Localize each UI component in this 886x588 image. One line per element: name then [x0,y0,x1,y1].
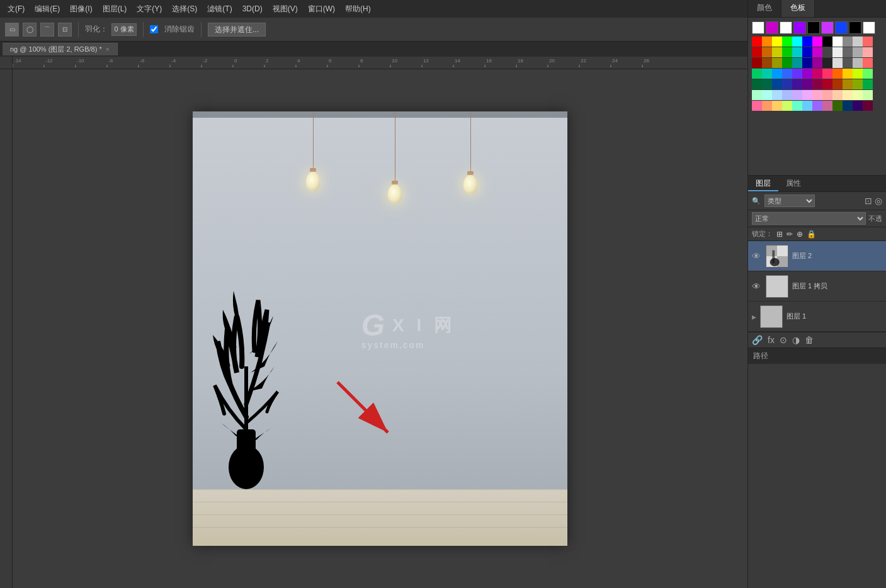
s4-12[interactable] [863,69,873,79]
s-orange[interactable] [762,37,772,47]
layer-tab-layers[interactable]: 图层 [748,176,778,191]
swatch-violet[interactable] [793,21,806,34]
s2-8[interactable] [822,47,832,57]
menu-filter[interactable]: 滤镜(T) [202,1,237,17]
color-tab-swatches[interactable]: 色板 [781,0,815,17]
layer-mask-icon[interactable]: ⊙ [780,335,787,345]
s6-8[interactable] [822,90,832,100]
s6-6[interactable] [802,90,812,100]
s5-8[interactable] [822,79,832,89]
layer-adjust-icon[interactable]: ◑ [792,335,800,345]
s4-5[interactable] [792,69,802,79]
s7-4[interactable] [782,101,792,111]
s3-4[interactable] [782,58,792,68]
s6-7[interactable] [812,90,822,100]
s2-6[interactable] [802,47,812,57]
menu-edit[interactable]: 编辑(E) [30,1,65,17]
lock-all-btn[interactable]: 🔒 [807,230,816,239]
s2-3[interactable] [772,47,782,57]
s6-11[interactable] [853,90,863,100]
layer-trash-icon[interactable]: 🗑 [805,335,814,345]
menu-select[interactable]: 选择(S) [167,1,202,17]
anti-alias-checkbox[interactable] [150,25,158,33]
s4-7[interactable] [812,69,822,79]
tab-canvas[interactable]: ng @ 100% (图层 2, RGB/8) * × [3,43,118,55]
s5-7[interactable] [812,79,822,89]
s7-10[interactable] [843,101,853,111]
s-white[interactable] [832,37,843,47]
s-red[interactable] [752,37,762,47]
tool-lasso[interactable]: ⌒ [40,23,54,37]
s3-6[interactable] [802,58,812,68]
swatch-black2[interactable] [849,21,861,34]
s3-3[interactable] [772,58,782,68]
s3-10[interactable] [843,58,853,68]
s7-8[interactable] [822,101,832,111]
layer-type-select[interactable]: 类型 [764,195,815,207]
swatch-white[interactable] [752,21,764,34]
s5-3[interactable] [772,79,782,89]
menu-help[interactable]: 帮助(H) [340,1,376,17]
s5-11[interactable] [853,79,863,89]
s3-9[interactable] [832,58,843,68]
s5-12[interactable] [863,79,873,89]
layer-item-1[interactable]: ▸ 图层 1 [748,302,886,332]
s6-1[interactable] [752,90,762,100]
s4-2[interactable] [762,69,772,79]
swatch-white3[interactable] [863,21,875,34]
swatch-purple[interactable] [766,21,778,34]
s7-7[interactable] [812,101,822,111]
tool-magic[interactable]: ⊡ [58,23,72,37]
menu-image[interactable]: 图像(I) [65,1,97,17]
s5-9[interactable] [832,79,843,89]
s4-10[interactable] [843,69,853,79]
s6-4[interactable] [782,90,792,100]
s7-2[interactable] [762,101,772,111]
s-black[interactable] [822,37,832,47]
s4-3[interactable] [772,69,782,79]
tool-ellipse-select[interactable]: ◯ [23,23,37,37]
s2-7[interactable] [812,47,822,57]
layer-mode-select[interactable]: 正常 [752,212,866,225]
layer-item-2[interactable]: 👁 图层 2 [748,241,886,271]
s5-1[interactable] [752,79,762,89]
s3-1[interactable] [752,58,762,68]
s3-7[interactable] [812,58,822,68]
menu-layer[interactable]: 图层(L) [98,1,132,17]
layer-icon-adjust[interactable]: ◎ [875,196,882,206]
s3-11[interactable] [853,58,863,68]
s5-6[interactable] [802,79,812,89]
s-cyan[interactable] [792,37,802,47]
s-green[interactable] [782,37,792,47]
s3-5[interactable] [792,58,802,68]
s7-9[interactable] [832,101,843,111]
s4-8[interactable] [822,69,832,79]
s6-3[interactable] [772,90,782,100]
tab-close-button[interactable]: × [106,46,110,53]
layer-1-collapsed-icon[interactable]: ▸ [752,312,756,322]
lock-pixels-btn[interactable]: ⊞ [776,230,783,239]
layer-link-icon[interactable]: 🔗 [752,335,763,345]
s-lightred[interactable] [863,37,873,47]
layer-fx-icon[interactable]: fx [768,335,775,345]
menu-view[interactable]: 视图(V) [268,1,303,17]
select-and-mask-button[interactable]: 选择并遮住... [208,23,266,37]
s2-11[interactable] [853,47,863,57]
s6-12[interactable] [863,90,873,100]
s2-4[interactable] [782,47,792,57]
menu-file[interactable]: 文(F) [3,1,30,17]
s6-10[interactable] [843,90,853,100]
s5-5[interactable] [792,79,802,89]
feather-input[interactable] [111,23,137,36]
s5-2[interactable] [762,79,772,89]
s-blue[interactable] [802,37,812,47]
layer-1copy-eye[interactable]: 👁 [752,281,762,291]
menu-text[interactable]: 文字(Y) [132,1,167,17]
lock-position-btn[interactable]: ⊕ [797,230,803,239]
swatch-white2[interactable] [780,21,792,34]
s-gray[interactable] [843,37,853,47]
s2-1[interactable] [752,47,762,57]
s7-12[interactable] [863,101,873,111]
s6-2[interactable] [762,90,772,100]
menu-window[interactable]: 窗口(W) [303,1,340,17]
